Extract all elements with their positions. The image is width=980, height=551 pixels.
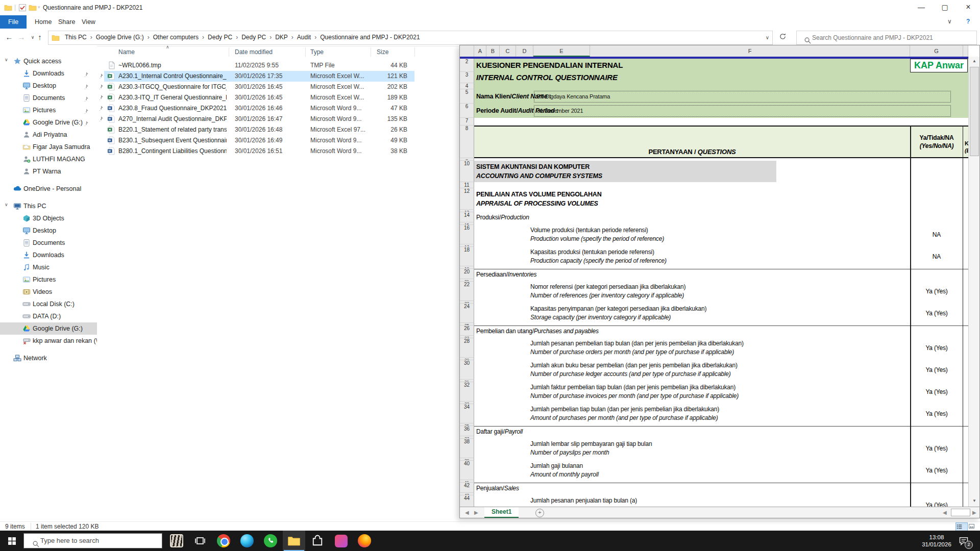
file-row[interactable]: B280.1_Contingent Liabilities Questionn.… xyxy=(97,146,464,157)
breadcrumb-item[interactable]: This PC xyxy=(63,31,89,44)
excel-cell-area[interactable]: PENILAIAN ATAS VOLUME PENGOLAHANAPPRAISA… xyxy=(474,188,968,210)
question-cell[interactable]: Jumlah faktur pembelian tiap bulan (dan … xyxy=(530,383,898,400)
sheet-next-icon[interactable]: ▶ xyxy=(474,507,478,518)
group-label-cell[interactable]: Penjualan/Sales xyxy=(476,483,519,493)
section-header-cell[interactable]: SISTEM AKUNTANSI DAN KOMPUTERACCOUNTING … xyxy=(474,161,776,182)
excel-column-header-G[interactable]: G xyxy=(910,45,963,57)
row-number[interactable]: 6 xyxy=(460,104,474,118)
ribbon-collapse-icon[interactable]: ∨ xyxy=(947,18,952,25)
ribbon-tab-view[interactable]: View xyxy=(74,15,104,29)
sidebar-item-adi-priyatna[interactable]: Adi Priyatna xyxy=(0,129,97,141)
sidebar-item-kkp-anwar-dan-rekan-1[interactable]: kkp anwar dan rekan (\\1 xyxy=(0,335,97,347)
row-number[interactable]: 32 xyxy=(460,382,474,402)
group-label-cell[interactable]: Produksi/Production xyxy=(476,212,529,222)
excel-column-header-C[interactable]: C xyxy=(500,45,516,57)
row-number[interactable]: 4 xyxy=(460,83,474,89)
excel-cell-area[interactable]: Penjualan/Sales xyxy=(474,483,968,493)
excel-cell-area[interactable]: PERTANYAAN / QUESTIONSYa/Tidak/NA(Yes/No… xyxy=(474,126,968,158)
breadcrumb-item[interactable]: DKP xyxy=(273,31,290,44)
excel-cell-area[interactable] xyxy=(474,118,968,126)
sidebar-item-google-drive-g-[interactable]: Google Drive (G:) xyxy=(0,116,97,129)
excel-cell-area[interactable]: Kapasitas produksi (tentukan periode ref… xyxy=(474,247,968,266)
question-cell[interactable]: Jumlah gaji bulananAmount of monthly pay… xyxy=(530,462,898,479)
taskbar-app-chrome-icon[interactable] xyxy=(212,531,235,551)
scroll-up-icon[interactable]: ▲ xyxy=(969,57,980,66)
excel-cell-area[interactable]: Volume produksi (tentukan periode refere… xyxy=(474,225,968,244)
excel-cell-area[interactable]: Persediaan/Inventories xyxy=(474,269,968,279)
answer-cell[interactable]: Ya (Yes) xyxy=(910,304,963,323)
sidebar-item-pictures[interactable]: Pictures xyxy=(0,104,97,116)
taskbar-app-edge-icon[interactable] xyxy=(236,531,258,551)
excel-cell-area[interactable]: Jumlah pembelian tiap bulan (dan per jen… xyxy=(474,404,968,423)
row-number[interactable]: 10 xyxy=(460,161,474,182)
excel-vertical-scrollbar[interactable]: ▲ ▼ xyxy=(968,57,980,507)
excel-cell-area[interactable]: Nama Klien/Client Name :PT Digdaya Kenca… xyxy=(474,89,968,104)
taskbar-search-box[interactable]: Type here to search xyxy=(23,533,162,548)
tray-clock[interactable]: 13:08 31/01/2026 xyxy=(919,534,954,548)
group-label-cell[interactable]: Daftar gaji/Payroll xyxy=(476,427,523,436)
row-number[interactable]: 14 xyxy=(460,212,474,222)
excel-cell-area[interactable]: Jumlah faktur pembelian tiap bulan (dan … xyxy=(474,382,968,402)
sheet-prev-icon[interactable]: ◀ xyxy=(465,507,469,518)
row-number[interactable]: 16 xyxy=(460,225,474,244)
excel-column-header-partial[interactable] xyxy=(963,45,968,57)
answer-cell[interactable]: Ya (Yes) xyxy=(910,382,963,402)
taskbar-app-firefox-icon[interactable] xyxy=(353,531,376,551)
qat-folder-icon[interactable] xyxy=(4,4,12,12)
answer-cell[interactable]: Ya (Yes) xyxy=(910,439,963,458)
row-number[interactable]: 20 xyxy=(460,269,474,279)
answer-cell[interactable]: NA xyxy=(910,247,963,266)
file-row[interactable]: B230.1_Subsequent Event Questionnaire_..… xyxy=(97,135,464,146)
sidebar-item-data-d-[interactable]: DATA (D:) xyxy=(0,310,97,322)
excel-cell-area[interactable] xyxy=(474,182,968,188)
taskbar-app-media-app-icon[interactable] xyxy=(330,531,352,551)
excel-cell-area[interactable]: Pembelian dan utang/Purchases and payabl… xyxy=(474,325,968,336)
sheet-tab[interactable]: Sheet1 xyxy=(484,507,519,518)
breadcrumb-item[interactable]: Dedy PC xyxy=(206,31,234,44)
up-button[interactable]: ↑ xyxy=(34,31,46,43)
excel-cell-area[interactable]: KUESIONER PENGENDALIAN INTERNAL xyxy=(474,59,968,72)
taskbar-app-photos-zebra-icon[interactable] xyxy=(165,531,188,551)
sidebar-item-documents[interactable]: Documents xyxy=(0,237,97,249)
sidebar-item-desktop[interactable]: Desktop xyxy=(0,80,97,92)
sidebar-group-quick-access[interactable]: ∨Quick access xyxy=(0,55,97,67)
question-cell[interactable]: Jumlah pesanan pembelian tiap bulan (dan… xyxy=(530,339,898,357)
row-number[interactable]: 12 xyxy=(460,188,474,210)
sidebar-group-this-pc[interactable]: ∨This PC xyxy=(0,200,97,212)
column-header-date-modified[interactable]: Date modified xyxy=(235,46,273,58)
question-cell[interactable]: Jumlah lembar slip pembayaran gaji tiap … xyxy=(530,440,898,457)
column-header-name[interactable]: Name xyxy=(118,46,135,58)
taskbar-app-file-explorer-icon[interactable] xyxy=(283,531,305,551)
sidebar-item-3d-objects[interactable]: 3D Objects xyxy=(0,212,97,224)
file-row[interactable]: A230.3-ITGCQ_Questionnaire for ITGC_DK..… xyxy=(97,82,464,92)
ribbon-tab-file[interactable]: File xyxy=(0,15,27,29)
excel-cell-area[interactable]: Produksi/Production xyxy=(474,212,968,222)
sidebar-item-downloads[interactable]: Downloads xyxy=(0,67,97,80)
address-bar[interactable]: This PC›Google Drive (G:)›Other computer… xyxy=(48,31,773,45)
qat-customize-chevron-icon[interactable]: ▾ xyxy=(38,5,40,10)
column-header-size[interactable]: Size xyxy=(377,46,388,58)
answer-cell[interactable]: Ya (Yes) xyxy=(910,360,963,380)
qat-new-folder-icon[interactable] xyxy=(29,4,37,12)
search-box[interactable] xyxy=(796,31,977,45)
sidebar-item-pt-warna[interactable]: PT Warna xyxy=(0,165,97,178)
excel-cell-area[interactable]: Jumlah pesanan pembelian tiap bulan (dan… xyxy=(474,338,968,358)
row-number[interactable]: 5 xyxy=(460,89,474,104)
answer-cell[interactable]: Ya (Yes) xyxy=(910,404,963,423)
question-cell[interactable]: Nomor referensi (per kategori persediaan… xyxy=(530,283,898,300)
file-row[interactable]: A230.8_Fraud Questionnaire_DKP202130/01/… xyxy=(97,103,464,114)
taskbar-app-whatsapp-icon[interactable] xyxy=(259,531,282,551)
row-number[interactable]: 18 xyxy=(460,247,474,266)
excel-cell-area[interactable]: Jumlah akun buku besar pembelian (dan pe… xyxy=(474,360,968,380)
forward-button[interactable]: → xyxy=(15,31,28,43)
answer-cell[interactable]: Ya (Yes) xyxy=(910,461,963,480)
column-header-type[interactable]: Type xyxy=(310,46,324,58)
question-cell[interactable]: Jumlah pembelian tiap bulan (dan per jen… xyxy=(530,405,898,422)
row-number[interactable]: 26 xyxy=(460,325,474,336)
row-number[interactable]: 36 xyxy=(460,426,474,436)
qat-properties-check-icon[interactable] xyxy=(18,4,27,12)
sidebar-item-google-drive-g-[interactable]: Google Drive (G:) xyxy=(0,322,97,335)
sidebar-item-figar-jaya-samudra[interactable]: Figar Jaya Samudra xyxy=(0,141,97,153)
column-separator[interactable] xyxy=(371,47,371,57)
start-button[interactable] xyxy=(0,531,23,551)
